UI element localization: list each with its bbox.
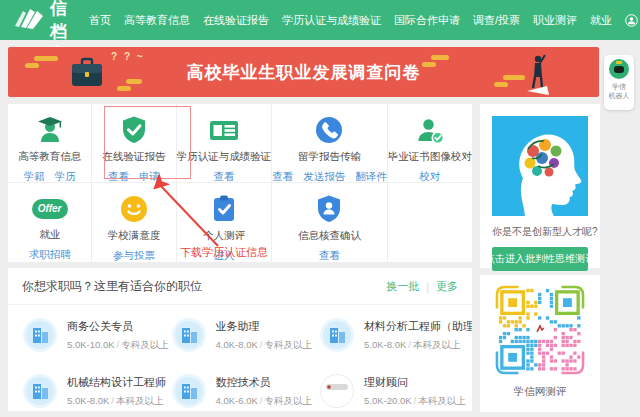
critical-thinking-test-button[interactable]: 点击进入批判性思维测评 bbox=[492, 247, 588, 271]
job-name: 机械结构设计工程师 bbox=[67, 375, 166, 390]
job-item[interactable]: 机械结构设计工程师 5.0K-8.0K/本科及以上 bbox=[22, 373, 171, 413]
service-title: 留学报告传输 bbox=[298, 150, 361, 164]
nav-item-higher-edu[interactable]: 高等教育信息 bbox=[124, 13, 190, 28]
link-vote[interactable]: 参与投票 bbox=[113, 249, 155, 263]
annotation-label: 下载学历认证信息 bbox=[180, 245, 268, 260]
link-proofread[interactable]: 校对 bbox=[419, 170, 440, 184]
link-translation[interactable]: 翻译件 bbox=[355, 170, 387, 184]
brain-head-image bbox=[492, 116, 588, 216]
job-salary: 4.0K-8.0K bbox=[216, 339, 258, 350]
phone-transfer-icon bbox=[314, 115, 344, 145]
job-salary: 5.0K-8.0K bbox=[364, 339, 406, 350]
link-view-verify[interactable]: 查看 bbox=[213, 170, 234, 184]
job-name: 理财顾问 bbox=[364, 375, 466, 390]
critical-thinking-promo-card: 你是不是创新型人才呢? 点击进入批判性思维测评 bbox=[480, 104, 600, 268]
logo-book-icon bbox=[14, 7, 44, 33]
jobs-panel: 你想求职吗？这里有适合你的职位 换一批 | 更多 商务公关专员 5.0K-10.… bbox=[8, 268, 472, 411]
service-title: 个人测评 bbox=[203, 229, 245, 243]
building-icon bbox=[171, 317, 207, 357]
link-send-report[interactable]: 发送报告 bbox=[303, 170, 345, 184]
job-degree: 专科及以上 bbox=[264, 395, 312, 406]
job-item[interactable]: 业务助理 4.0K-8.0K/专科及以上 bbox=[171, 317, 320, 357]
job-item[interactable]: 数控技术员 4.0K-6.0K/专科及以上 bbox=[171, 373, 320, 413]
survey-banner[interactable]: ? ? ~ 高校毕业生职业发展调查问卷 bbox=[8, 47, 599, 97]
job-item[interactable]: 材料分析工程师（助理... 5.0K-8.0K/本科及以上 bbox=[319, 317, 472, 357]
robot-avatar-icon bbox=[609, 59, 629, 79]
service-card-online-report: 在线验证报告 查看 申请 bbox=[92, 104, 176, 183]
shield-check-icon bbox=[119, 115, 149, 145]
graduate-cap-icon bbox=[35, 115, 65, 145]
building-icon bbox=[319, 317, 355, 357]
company-logo-icon bbox=[319, 373, 355, 413]
service-card-abroad-report: 留学报告传输 查看 发送报告 翻译件 bbox=[272, 104, 388, 183]
link-view-report[interactable]: 查看 bbox=[108, 170, 129, 184]
job-salary: 5.0K-10.0K bbox=[67, 339, 115, 350]
service-card-info-confirm: 信息核查确认 查看 bbox=[272, 183, 388, 262]
job-degree: 本科及以上 bbox=[418, 395, 466, 406]
service-card-empty bbox=[388, 183, 472, 262]
building-icon bbox=[22, 317, 58, 357]
job-name: 材料分析工程师（助理... bbox=[364, 319, 472, 334]
robot-label-line1: 学信 bbox=[604, 82, 634, 91]
jobs-list: 商务公关专员 5.0K-10.0K/专科及以上 业务助理 4.0K-8.0K/专… bbox=[8, 305, 472, 413]
promo-question: 你是不是创新型人才呢? bbox=[492, 225, 588, 239]
nav-item-home[interactable]: 首页 bbox=[89, 13, 111, 28]
nav-menu: 首页 高等教育信息 在线验证报告 学历认证与成绩验证 国际合作申请 调查/投票 … bbox=[89, 13, 625, 28]
service-title: 在线验证报告 bbox=[102, 150, 165, 164]
id-card-icon bbox=[208, 115, 240, 145]
job-salary: 5.0K-8.0K bbox=[67, 395, 109, 406]
job-degree: 专科及以上 bbox=[264, 339, 312, 350]
services-panel: 高等教育信息 学籍 学历 在线验证报告 查看 申请 bbox=[8, 104, 472, 262]
clipboard-check-icon bbox=[209, 194, 239, 224]
link-view-confirm[interactable]: 查看 bbox=[319, 249, 340, 263]
qr-code-image bbox=[495, 285, 585, 375]
paper-plane-person-icon bbox=[525, 53, 551, 97]
service-card-diploma-image: 毕业证书图像校对 校对 bbox=[388, 104, 472, 183]
person-check-icon bbox=[415, 115, 445, 145]
job-salary: 4.0K-6.0K bbox=[216, 395, 258, 406]
nav-item-intl-coop[interactable]: 国际合作申请 bbox=[394, 13, 460, 28]
user-menu[interactable]: 个人中心 bbox=[625, 13, 640, 28]
refresh-jobs-link[interactable]: 换一批 bbox=[386, 279, 419, 294]
job-name: 业务助理 bbox=[216, 319, 312, 334]
service-card-employment: Offer 就业 求职招聘 bbox=[8, 183, 92, 262]
job-salary: 5.0K-20.0K bbox=[364, 395, 412, 406]
nav-item-career-test[interactable]: 职业测评 bbox=[533, 13, 577, 28]
link-xueji[interactable]: 学籍 bbox=[24, 170, 45, 184]
offer-badge-icon: Offer bbox=[32, 199, 68, 219]
more-jobs-link[interactable]: 更多 bbox=[436, 279, 458, 294]
service-title: 学校满意度 bbox=[108, 229, 161, 243]
divider: | bbox=[426, 281, 429, 293]
shield-person-icon bbox=[314, 194, 344, 224]
link-apply-report[interactable]: 申请 bbox=[139, 170, 160, 184]
service-title: 学历认证与成绩验证 bbox=[177, 150, 272, 164]
job-degree: 本科及以上 bbox=[413, 339, 461, 350]
qr-caption: 学信网测评 bbox=[495, 385, 585, 399]
service-title: 高等教育信息 bbox=[18, 150, 81, 164]
nav-item-survey-vote[interactable]: 调查/投票 bbox=[473, 13, 520, 28]
job-item[interactable]: 理财顾问 5.0K-20.0K/本科及以上 bbox=[319, 373, 472, 413]
service-title: 毕业证书图像校对 bbox=[388, 150, 472, 164]
link-job-hunting[interactable]: 求职招聘 bbox=[29, 248, 71, 262]
chatbot-widget[interactable]: 学信 机器人 bbox=[604, 55, 634, 110]
service-title: 信息核查确认 bbox=[298, 229, 361, 243]
service-card-credential-verify: 学历认证与成绩验证 查看 bbox=[177, 104, 273, 183]
nav-item-credential-verify[interactable]: 学历认证与成绩验证 bbox=[282, 13, 381, 28]
jobs-header: 你想求职吗？这里有适合你的职位 bbox=[22, 278, 202, 295]
cloud-decor-icon bbox=[431, 55, 449, 60]
user-circle-icon bbox=[625, 14, 638, 27]
nav-item-employment[interactable]: 就业 bbox=[590, 13, 612, 28]
job-name: 数控技术员 bbox=[216, 375, 312, 390]
link-view-abroad[interactable]: 查看 bbox=[272, 170, 293, 184]
building-icon bbox=[171, 373, 207, 413]
smiley-icon bbox=[119, 194, 149, 224]
top-navbar: 学信档案 首页 高等教育信息 在线验证报告 学历认证与成绩验证 国际合作申请 调… bbox=[0, 0, 640, 40]
job-name: 商务公关专员 bbox=[67, 319, 169, 334]
service-title: 就业 bbox=[39, 228, 60, 242]
service-card-school-satisfaction: 学校满意度 参与投票 bbox=[92, 183, 176, 262]
nav-item-online-report[interactable]: 在线验证报告 bbox=[203, 13, 269, 28]
job-degree: 专科及以上 bbox=[121, 339, 169, 350]
job-item[interactable]: 商务公关专员 5.0K-10.0K/专科及以上 bbox=[22, 317, 171, 357]
link-xueli[interactable]: 学历 bbox=[55, 170, 76, 184]
robot-label-line2: 机器人 bbox=[604, 91, 634, 100]
